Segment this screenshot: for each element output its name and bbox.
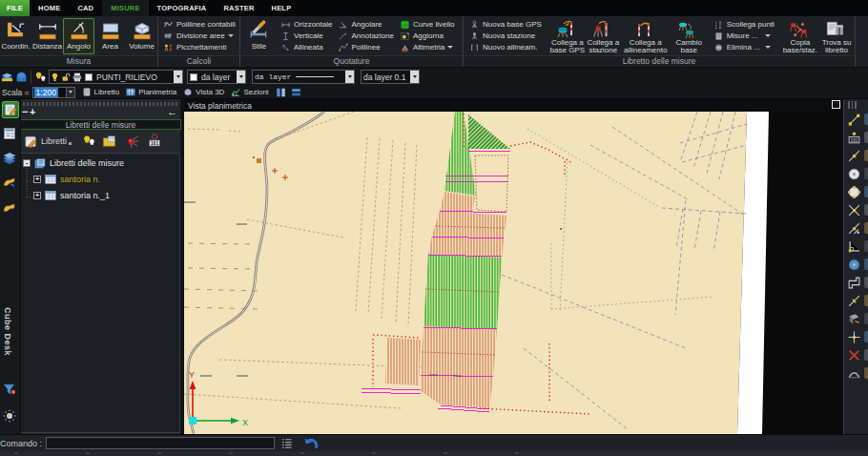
ribbon-item-allineata[interactable]: Allineata bbox=[280, 42, 332, 52]
dropdown-arrow-icon[interactable] bbox=[765, 34, 771, 37]
snap-apparent-icon[interactable] bbox=[847, 221, 861, 236]
panel-expand-button[interactable]: + bbox=[30, 107, 35, 116]
menu-tab-cad[interactable]: CAD bbox=[69, 0, 102, 16]
snap-intersection-icon[interactable] bbox=[847, 203, 861, 218]
clipped-icon[interactable] bbox=[864, 132, 868, 144]
ribbon-button-stile[interactable]: Stile bbox=[243, 18, 275, 54]
drawing-viewport[interactable]: Vista planimetrica bbox=[184, 99, 843, 434]
clipped-icon[interactable] bbox=[864, 313, 868, 325]
dropdown-arrow-icon[interactable] bbox=[447, 46, 453, 49]
clipped-icon[interactable] bbox=[864, 349, 868, 362]
ribbon-item-verticale[interactable]: Verticale bbox=[280, 31, 332, 41]
ribbon-button-trova-su-libretto[interactable]: Trova sulibretto bbox=[818, 18, 855, 54]
dropdown-arrow-icon[interactable] bbox=[228, 34, 234, 37]
clipped-icon[interactable] bbox=[864, 295, 868, 307]
dropdown-arrow-icon[interactable] bbox=[237, 71, 245, 83]
filter-icon[interactable] bbox=[2, 382, 19, 399]
clipped-icon[interactable] bbox=[864, 367, 868, 380]
maximize-icon[interactable] bbox=[832, 100, 840, 109]
tree-expand-icon[interactable]: + bbox=[33, 176, 41, 183]
ribbon-item-aggiorna[interactable]: Aggiorna bbox=[400, 31, 455, 41]
hand-draw-icon[interactable] bbox=[2, 176, 19, 193]
ribbon-button-cambio-base[interactable]: Cambiobase bbox=[671, 18, 708, 54]
clipped-icon[interactable] bbox=[864, 186, 868, 198]
tree-expand-icon[interactable]: - bbox=[23, 159, 31, 167]
panel-back-arrow-icon[interactable]: ← bbox=[167, 106, 177, 117]
dropdown-arrow-icon[interactable] bbox=[174, 71, 182, 83]
view-button-libretto[interactable]: Libretto bbox=[81, 87, 120, 97]
ribbon-button-distanza[interactable]: Distanza bbox=[31, 18, 63, 54]
command-list-icon[interactable] bbox=[280, 437, 293, 449]
ribbon-button-collega-a-allineamento[interactable]: Collega aallineamento bbox=[621, 18, 671, 54]
dropdown-arrow-icon[interactable] bbox=[345, 71, 354, 83]
snap-node-icon[interactable] bbox=[847, 167, 861, 181]
ribbon-item-nuova-base-gps[interactable]: Nuova base GPS bbox=[469, 19, 542, 30]
view-button-planimetria[interactable]: Planimetria bbox=[125, 87, 176, 97]
ribbon-item-scollega-punti[interactable]: Scollega punti bbox=[713, 19, 773, 30]
snap-face-icon[interactable] bbox=[847, 312, 861, 326]
ribbon-item-polilinee[interactable]: Polilinee bbox=[338, 42, 393, 52]
snap-cross-icon[interactable] bbox=[847, 330, 861, 344]
snap-none-icon[interactable] bbox=[847, 348, 861, 363]
ribbon-item-polilinee-contabili[interactable]: Polilinee contabili bbox=[163, 19, 236, 30]
menu-tab-help[interactable]: HELP bbox=[263, 0, 300, 16]
clipped-icon[interactable] bbox=[864, 331, 868, 343]
ribbon-item-orizzontale[interactable]: Orizzontale bbox=[280, 19, 332, 30]
scale-dropdown-arrow-icon[interactable] bbox=[67, 87, 75, 98]
snap-nearest-icon[interactable] bbox=[847, 294, 861, 308]
settings-gear-icon[interactable] bbox=[2, 408, 19, 425]
clipped-icon[interactable] bbox=[864, 259, 868, 271]
ribbon-item-nuovo-allineam[interactable]: Nuovo allineam. bbox=[469, 42, 542, 52]
clipped-icon[interactable] bbox=[864, 277, 868, 289]
menu-tab-topografia[interactable]: TOPOGRAFIA bbox=[149, 0, 216, 16]
panel-grip[interactable] bbox=[23, 102, 178, 106]
booklets-panel-icon[interactable] bbox=[2, 101, 19, 118]
menu-tab-misure[interactable]: MISURE bbox=[102, 0, 148, 16]
dropdown-dot-icon[interactable] bbox=[69, 142, 72, 145]
ribbon-button-copia-base-staz[interactable]: Copiabase/staz. bbox=[782, 18, 818, 54]
snap-endpoint-icon[interactable] bbox=[847, 113, 861, 127]
snap-center-icon[interactable] bbox=[847, 258, 861, 272]
clipped-icon[interactable] bbox=[864, 114, 868, 126]
tree-node-libretti-delle-misure[interactable]: -Libretti delle misure bbox=[23, 156, 124, 170]
clipped-icon[interactable] bbox=[864, 168, 868, 180]
ribbon-item-angolare[interactable]: Angolare bbox=[338, 19, 393, 30]
clipped-icon[interactable] bbox=[864, 240, 868, 253]
ribbon-item-divisione-aree[interactable]: Divisione aree bbox=[163, 31, 236, 41]
panel-collapse-button[interactable]: − bbox=[22, 107, 28, 116]
snap-midpoint-icon[interactable] bbox=[847, 149, 861, 163]
scale-input[interactable]: 1:200 bbox=[32, 87, 67, 98]
clipped-icon[interactable] bbox=[864, 204, 868, 217]
view-button-vista-3d[interactable]: Vista 3D bbox=[182, 87, 224, 97]
dropdown-arrow-icon[interactable] bbox=[765, 46, 771, 49]
ribbon-button-collega-a-stazione[interactable]: Collega astazione bbox=[586, 18, 621, 54]
command-input[interactable] bbox=[46, 437, 275, 449]
dropdown-arrow-icon[interactable] bbox=[410, 71, 419, 83]
tree-expand-icon[interactable]: + bbox=[33, 192, 41, 199]
layer-combo[interactable]: PUNTI_RILIEVO bbox=[49, 70, 183, 84]
ribbon-item-altimetria[interactable]: Altimetria bbox=[400, 42, 455, 52]
snap-insert-icon[interactable] bbox=[847, 276, 861, 290]
undo-icon[interactable] bbox=[302, 436, 319, 450]
tree-node-santoria-n[interactable]: +santoria n. bbox=[33, 173, 100, 186]
snap-quadrant-icon[interactable] bbox=[847, 185, 861, 199]
clipped-icon[interactable] bbox=[864, 150, 868, 162]
menu-tab-raster[interactable]: RASTER bbox=[215, 0, 262, 16]
hand-pan-icon[interactable] bbox=[2, 200, 19, 218]
snap-perpendicular-icon[interactable] bbox=[847, 239, 861, 254]
tree-node-santoria-n-1[interactable]: +santoria n._1 bbox=[33, 189, 110, 202]
view-button-sezioni[interactable]: Sezioni bbox=[230, 87, 268, 97]
snap-point-number-icon[interactable]: 101 bbox=[847, 131, 861, 145]
ribbon-button-coordin[interactable]: Coordin. bbox=[0, 18, 31, 54]
ribbon-button-angolo[interactable]: Angolo bbox=[63, 18, 94, 54]
clipped-icon[interactable] bbox=[864, 222, 868, 235]
menu-tab-file[interactable]: FILE bbox=[0, 0, 30, 16]
booklets-button-label[interactable]: Libretti bbox=[41, 136, 67, 146]
ribbon-item-misure[interactable]: Misure ... bbox=[713, 31, 773, 41]
ribbon-item-elimina[interactable]: Elimina ... bbox=[713, 42, 773, 52]
ribbon-button-collega-a-base-gps[interactable]: Collega abase GPS bbox=[549, 18, 586, 54]
snap-arc-icon[interactable] bbox=[847, 366, 861, 381]
menu-tab-home[interactable]: HOME bbox=[30, 0, 69, 16]
ribbon-item-annotazione[interactable]: Annotazione bbox=[338, 31, 393, 41]
map-drawing[interactable]: Y X bbox=[184, 112, 843, 434]
